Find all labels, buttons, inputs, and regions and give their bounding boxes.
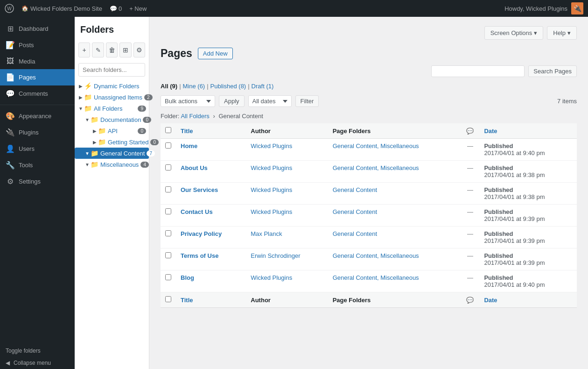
folders-panel: Folders + ✎ 🗑 ⊞ ⚙ ▶ ⚡ Dynamic Folders ▶ …: [75, 17, 149, 369]
comment-bubble-icon: 💬: [110, 5, 117, 12]
search-pages-button[interactable]: Search Pages: [528, 65, 577, 77]
date-cell-4: Published2017/04/01 at 9:39 pm: [479, 227, 577, 248]
col-header-date[interactable]: Date: [479, 123, 577, 139]
sidebar-item-dashboard[interactable]: ⊞ Dashboard: [0, 21, 75, 37]
howdy-text: Howdy, Wicked Plugins: [504, 5, 567, 12]
add-new-page-button[interactable]: Add New: [198, 48, 233, 59]
row-checkbox-6[interactable]: [165, 274, 171, 280]
row-checkbox-5[interactable]: [165, 252, 171, 258]
row-checkbox-1[interactable]: [165, 164, 171, 170]
sidebar-item-tools[interactable]: 🔧 Tools: [0, 157, 75, 173]
toggle-folders-link[interactable]: Toggle folders: [0, 345, 75, 357]
filter-all-link[interactable]: All (9): [161, 83, 177, 90]
row-checkbox-0[interactable]: [165, 142, 171, 149]
new-content-link[interactable]: + New: [129, 5, 147, 12]
unassigned-icon: 📁: [84, 93, 92, 101]
search-folders-input[interactable]: [78, 63, 145, 77]
page-title-link-1[interactable]: About Us: [181, 164, 208, 171]
author-link-3[interactable]: Wicked Plugins: [251, 208, 292, 215]
folder-item-dynamic-folders[interactable]: ▶ ⚡ Dynamic Folders: [75, 80, 149, 92]
folder-item-all-folders[interactable]: ▼ 📁 All Folders 9: [75, 103, 149, 114]
page-title-link-5[interactable]: Terms of Use: [181, 252, 218, 259]
miscellaneous-badge: 4: [140, 162, 149, 168]
date-cell-1: Published2017/04/01 at 9:38 pm: [479, 161, 577, 183]
select-all-bottom-checkbox[interactable]: [165, 296, 171, 302]
admin-bar-site-name[interactable]: 🏠 Wicked Folders Demo Site: [21, 5, 102, 12]
user-avatar[interactable]: 🔌: [571, 2, 583, 14]
sidebar-item-pages[interactable]: 📄 Pages: [0, 69, 75, 85]
col-footer-date[interactable]: Date: [479, 292, 577, 308]
author-link-1[interactable]: Wicked Plugins: [251, 164, 292, 171]
row-checkbox-3[interactable]: [165, 208, 171, 214]
search-pages-input[interactable]: [431, 65, 525, 77]
page-title-link-2[interactable]: Our Services: [181, 186, 218, 193]
screen-options-bar: Screen Options ▾ Help ▾: [161, 26, 577, 40]
edit-folder-button[interactable]: ✎: [92, 43, 104, 57]
author-link-5[interactable]: Erwin Schrodinger: [251, 252, 300, 259]
screen-options-button[interactable]: Screen Options ▾: [484, 26, 544, 40]
folder-link-0[interactable]: General Content, Miscellaneous: [333, 142, 419, 149]
folder-item-unassigned[interactable]: ▶ 📁 Unassigned Items 2: [75, 92, 149, 103]
folder-link-3[interactable]: General Content: [333, 208, 377, 215]
apply-button[interactable]: Apply: [219, 95, 245, 107]
folder-toggle-api: ▶: [91, 128, 98, 134]
folder-item-getting-started[interactable]: ▶ 📁 Getting Started 0: [75, 136, 149, 148]
folder-toggle-unassigned: ▶: [77, 94, 84, 100]
documentation-icon: 📁: [91, 116, 98, 123]
folder-settings-button[interactable]: ⚙: [133, 43, 145, 57]
breadcrumb: Folder: All Folders › General Content: [161, 113, 577, 120]
author-link-0[interactable]: Wicked Plugins: [251, 142, 292, 149]
breadcrumb-all-folders-link[interactable]: All Folders: [181, 113, 209, 120]
row-checkbox-4[interactable]: [165, 230, 171, 236]
folder-link-2[interactable]: General Content: [333, 186, 377, 193]
add-folder-button[interactable]: +: [78, 43, 90, 57]
author-link-2[interactable]: Wicked Plugins: [251, 186, 292, 193]
page-title-link-0[interactable]: Home: [181, 142, 197, 149]
comments-cell-0: —: [461, 139, 479, 161]
filter-published-link[interactable]: Published (8): [210, 83, 246, 90]
page-title-link-3[interactable]: Contact Us: [181, 208, 213, 215]
folder-item-api[interactable]: ▶ 📁 API 0: [75, 125, 149, 136]
sidebar-item-media[interactable]: 🖼 Media: [0, 53, 75, 69]
col-footer-title[interactable]: Title: [176, 292, 246, 308]
filter-mine-link[interactable]: Mine (6): [183, 83, 205, 90]
page-title-link-4[interactable]: Privacy Policy: [181, 230, 222, 237]
folder-link-6[interactable]: General Content, Miscellaneous: [333, 274, 419, 281]
comments-link[interactable]: 💬 0: [110, 5, 122, 12]
folder-link-4[interactable]: General Content: [333, 230, 377, 237]
help-button[interactable]: Help ▾: [547, 26, 577, 40]
folder-link-5[interactable]: General Content, Miscellaneous: [333, 252, 419, 259]
filter-button[interactable]: Filter: [295, 95, 319, 107]
select-all-checkbox[interactable]: [165, 127, 171, 133]
sidebar-item-appearance[interactable]: 🎨 Appearance: [0, 108, 75, 124]
sidebar-item-plugins[interactable]: 🔌 Plugins: [0, 124, 75, 141]
author-link-6[interactable]: Wicked Plugins: [251, 274, 292, 281]
sidebar-item-posts[interactable]: 📝 Posts: [0, 37, 75, 53]
folder-item-general-content[interactable]: ▼ 📁 General Content 7: [75, 148, 149, 159]
settings-icon: ⚙: [6, 177, 15, 186]
folder-item-documentation[interactable]: ▼ 📁 Documentation 0: [75, 114, 149, 125]
filter-links: All (9) | Mine (6) | Published (8) | Dra…: [161, 83, 577, 90]
all-folders-badge: 9: [138, 106, 146, 112]
sidebar-item-users[interactable]: 👤 Users: [0, 141, 75, 157]
folder-item-miscellaneous[interactable]: ▼ 📁 Miscellaneous 4: [75, 159, 149, 170]
col-header-title[interactable]: Title: [176, 123, 246, 139]
page-title-link-6[interactable]: Blog: [181, 274, 194, 281]
comments-cell-3: —: [461, 205, 479, 227]
plugins-icon: 🔌: [6, 128, 15, 137]
col-header-author: Author: [246, 123, 328, 139]
add-subfolder-button[interactable]: ⊞: [119, 43, 131, 57]
sidebar-item-comments[interactable]: 💬 Comments: [0, 85, 75, 102]
author-link-4[interactable]: Max Planck: [251, 230, 282, 237]
row-checkbox-2[interactable]: [165, 186, 171, 192]
folder-tree: ▶ ⚡ Dynamic Folders ▶ 📁 Unassigned Items…: [75, 80, 149, 170]
sidebar-item-settings[interactable]: ⚙ Settings: [0, 173, 75, 190]
collapse-menu-link[interactable]: ◀ Collapse menu: [0, 357, 75, 369]
delete-folder-button[interactable]: 🗑: [106, 43, 118, 57]
folder-link-1[interactable]: General Content, Miscellaneous: [333, 164, 419, 171]
collapse-icon: ◀: [6, 360, 10, 366]
date-filter-select[interactable]: All dates April 2017: [248, 95, 292, 107]
filter-draft-link[interactable]: Draft (1): [252, 83, 274, 90]
table-actions: Bulk actions Edit Move to Trash Apply Al…: [161, 95, 577, 107]
bulk-actions-select[interactable]: Bulk actions Edit Move to Trash: [161, 95, 215, 107]
